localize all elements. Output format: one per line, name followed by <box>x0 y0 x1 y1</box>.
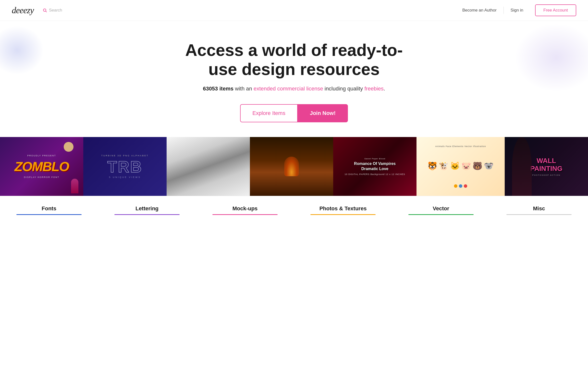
gallery-item-7-bg: WALLPAINTING PHOTOSHOP ACTION <box>505 137 588 196</box>
gallery-item-5-label: Sweet Paper Blood <box>364 158 385 160</box>
gallery-item-5-title: Romance Of VampiresDramatic Love <box>354 161 396 172</box>
category-tab-misc[interactable]: Misc <box>490 201 588 219</box>
gallery-animal-cat: 🐱 <box>450 161 460 171</box>
category-tab-label: Mock-ups <box>198 205 292 212</box>
gallery-item-3-fabric <box>167 137 250 196</box>
gallery-item-1-figure <box>71 179 78 193</box>
category-tab-underline <box>506 214 572 215</box>
gallery-item-1-moon <box>64 142 74 152</box>
extended-license-link[interactable]: extended commercial license <box>254 86 323 92</box>
gallery-animal-koala: 🐨 <box>484 161 494 171</box>
hero-buttons: Explore Items Join Now! <box>10 104 578 122</box>
hero-subtitle: 63053 items with an extended commercial … <box>10 86 578 92</box>
gallery-item-7-subtitle: PHOTOSHOP ACTION <box>532 174 561 176</box>
gallery-item-1-subtitle: DISPLAY HORROR FONT <box>24 176 60 178</box>
gallery-item-1-title: ZOMBLO <box>14 159 69 174</box>
logo[interactable]: deeezy <box>12 5 34 15</box>
category-tab-underline <box>408 214 474 215</box>
gallery-animal-pig: 🐷 <box>461 161 471 171</box>
search-icon <box>43 8 47 12</box>
with-text: with an <box>235 86 252 92</box>
explore-items-button[interactable]: Explore Items <box>240 104 298 122</box>
gallery-item-photos[interactable]: Sweet Paper Blood Romance Of VampiresDra… <box>333 137 416 196</box>
svg-point-0 <box>43 9 46 12</box>
gallery-item-mockup-candle[interactable] <box>250 137 333 196</box>
gallery-animal-tiger: 🐯 <box>428 161 437 171</box>
category-tab-underline <box>114 214 180 215</box>
dot-orange <box>454 184 457 188</box>
gallery-item-7-figure <box>512 137 532 196</box>
dot-red <box>464 184 467 188</box>
item-count: 63053 <box>203 86 218 92</box>
dot-blue <box>459 184 462 188</box>
hero-title: Access a world of ready-to-use design re… <box>184 40 404 79</box>
gallery-item-misc[interactable]: WALLPAINTING PHOTOSHOP ACTION <box>505 137 588 196</box>
gallery-animal-bear: 🐻 <box>473 161 482 171</box>
category-tab-lettering[interactable]: Lettering <box>98 201 196 219</box>
category-tab-underline <box>212 214 278 215</box>
category-tab-vector[interactable]: Vector <box>392 201 490 219</box>
gallery-item-5-bg: Sweet Paper Blood Romance Of VampiresDra… <box>333 137 416 196</box>
category-tab-label: Fonts <box>2 205 96 212</box>
category-tab-label: Lettering <box>100 205 194 212</box>
gallery-item-1-proudly: PROUDLY PRESENT <box>27 154 56 157</box>
gallery-item-4-candle <box>284 157 299 176</box>
svg-line-1 <box>46 11 47 12</box>
gallery-item-2-subtitle: 5 UNIQUE VIEWS <box>109 176 141 178</box>
freebies-link[interactable]: freebies <box>364 86 383 92</box>
gallery-item-5-subtitle: 10 DIGITAL PAPERS Background 12 x 12 INC… <box>345 173 405 175</box>
gallery-strip: PROUDLY PRESENT ZOMBLO DISPLAY HORROR FO… <box>0 137 588 196</box>
category-tab-photos---textures[interactable]: Photos & Textures <box>294 201 392 219</box>
gallery-item-lettering[interactable]: TURBINE 3D PNG ALPHABET TRB 5 UNIQUE VIE… <box>83 137 167 196</box>
gallery-item-6-title-top: Animals Face Elements Vector Illustratio… <box>419 145 502 148</box>
main-nav: Become an Author Sign in Free Account <box>455 4 576 16</box>
gallery-item-fonts[interactable]: PROUDLY PRESENT ZOMBLO DISPLAY HORROR FO… <box>0 137 83 196</box>
category-tab-label: Vector <box>394 205 488 212</box>
sign-in-link[interactable]: Sign in <box>504 5 530 15</box>
items-text: items <box>219 86 233 92</box>
gallery-item-mockup-fabric[interactable] <box>167 137 250 196</box>
header: deeezy Search Become an Author Sign in F… <box>0 0 588 21</box>
become-author-link[interactable]: Become an Author <box>455 5 503 15</box>
category-tab-underline <box>310 214 376 215</box>
category-tabs: FontsLetteringMock-upsPhotos & TexturesV… <box>0 196 588 219</box>
join-now-button[interactable]: Join Now! <box>298 104 348 122</box>
hero-section: Access a world of ready-to-use design re… <box>0 21 588 137</box>
free-account-button[interactable]: Free Account <box>535 4 576 16</box>
category-tab-label: Misc <box>492 205 586 212</box>
period: . <box>384 86 385 92</box>
category-tab-underline <box>16 214 82 215</box>
gallery-item-vector[interactable]: Animals Face Elements Vector Illustratio… <box>416 137 505 196</box>
category-tab-label: Photos & Textures <box>296 205 390 212</box>
search-area[interactable]: Search <box>43 8 455 13</box>
gallery-item-6-dots <box>419 184 502 188</box>
hero-bg-blob-right <box>514 23 588 92</box>
gallery-item-4-bg <box>250 137 333 196</box>
category-tab-mock-ups[interactable]: Mock-ups <box>196 201 294 219</box>
gallery-item-2-header: TURBINE 3D PNG ALPHABET <box>101 154 149 157</box>
gallery-item-7-title: WALLPAINTING <box>530 157 563 173</box>
gallery-item-2-title: TRB <box>107 158 143 176</box>
hero-bg-blob-left <box>0 26 44 75</box>
gallery-animal-cow: 🐮 <box>439 161 449 171</box>
including-text: including quality <box>325 86 363 92</box>
search-placeholder[interactable]: Search <box>49 8 62 13</box>
category-tab-fonts[interactable]: Fonts <box>0 201 98 219</box>
